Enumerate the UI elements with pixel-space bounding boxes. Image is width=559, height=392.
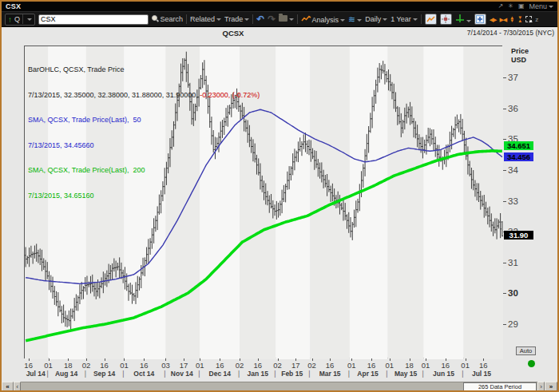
x-month-label: Oct 14 — [126, 370, 161, 378]
y-axis-title-currency: USD — [511, 56, 526, 64]
menu-button[interactable]: Menu — [529, 2, 553, 10]
chevron-down-icon — [357, 19, 362, 22]
plus-icon — [476, 15, 484, 23]
chart-settings-button[interactable] — [440, 14, 452, 25]
redo-icon[interactable] — [268, 14, 276, 24]
time-scrollbar: « ‹ 265 Data Period › » — [2, 382, 557, 392]
x-month-label: Sep 14 — [87, 370, 122, 378]
window-titlebar: CSX ↗ ✳ ▣ Menu — [2, 2, 557, 11]
y-tick-mark — [503, 201, 506, 202]
zigzag-icon — [301, 15, 311, 22]
x-month-label: Dec 14 — [202, 370, 237, 378]
ticker-input[interactable] — [38, 14, 149, 25]
price-badge: 31.90 — [504, 231, 533, 240]
zoom-in-button[interactable] — [474, 14, 486, 25]
undo-icon[interactable] — [256, 14, 264, 24]
x-day-label: 01 — [418, 361, 434, 370]
x-day-label: 17 — [287, 361, 303, 370]
x-day-label: 16 — [322, 361, 338, 370]
legend-change: -0.23000, (-0.72%) — [200, 91, 260, 99]
terminal-window: CSX ↗ ✳ ▣ Menu Q Search Related Trade An… — [0, 0, 559, 392]
export-icon[interactable]: ↗ — [498, 3, 504, 10]
chevron-down-icon — [244, 18, 249, 21]
x-month-separator: | — [462, 370, 463, 378]
x-day-label: 16 — [250, 361, 266, 370]
x-day-label: 01 — [382, 361, 398, 370]
pin-icon[interactable]: ✳ — [508, 3, 513, 10]
legend-last-ohlc: 7/13/2015, 32.35000, 32.38000, 31.88000,… — [28, 91, 260, 100]
hourglass-icon[interactable]: ▼▲ — [517, 16, 522, 23]
expand-vertical-icon[interactable]: ▲▼ — [509, 16, 514, 23]
y-tick-mark — [503, 139, 506, 140]
y-tick-mark — [503, 109, 506, 109]
open-folder-button[interactable] — [279, 15, 294, 23]
x-month-separator: | — [238, 370, 240, 378]
analysis-button[interactable]: Analysis — [301, 15, 345, 24]
scroll-far-right-button[interactable]: » — [545, 382, 557, 392]
price-badge: 34.651 — [504, 141, 533, 150]
trade-button[interactable]: Trade — [224, 15, 249, 23]
window-title: CSX — [6, 2, 21, 10]
x-month-label: Jun 15 — [426, 370, 462, 378]
scrollbar-track[interactable]: 265 Data Period — [21, 382, 537, 392]
main-toolbar: Q Search Related Trade Analysis Daily 1 … — [2, 11, 557, 27]
chevron-down-icon — [340, 19, 345, 22]
legend-bar-series: BarOHLC, QCSX, Trade Price — [28, 65, 260, 74]
scroll-left-button[interactable]: ‹ — [14, 382, 21, 392]
more-tools-icon[interactable] — [535, 15, 538, 23]
legend-sma200-value: 7/13/2015, 34.65160 — [28, 192, 260, 200]
symbol-group: Q — [5, 14, 35, 26]
selection-tool-icon[interactable] — [525, 16, 532, 22]
period-select[interactable]: Daily — [365, 15, 387, 23]
x-month-label: Jul 15 — [464, 370, 499, 378]
chart-style-button[interactable] — [425, 14, 437, 25]
chevron-down-icon — [466, 20, 471, 22]
window-icon[interactable]: ▣ — [518, 3, 525, 10]
y-tick-label: 30 — [508, 288, 518, 298]
price-badge: 34.456 — [504, 152, 533, 161]
chart-title: QCSX — [2, 29, 465, 38]
x-day-label: 01 — [343, 361, 359, 370]
chart-region: QCSX 7/14/2014 - 7/30/2015 (NYC) BarOHLC… — [2, 27, 557, 382]
range-select[interactable]: 1 Year — [391, 15, 418, 23]
scroll-far-left-button[interactable]: « — [2, 382, 14, 392]
y-tick-mark — [503, 77, 506, 78]
x-month-separator: | — [46, 370, 48, 378]
divider — [252, 14, 253, 24]
y-tick-label: 33 — [508, 196, 518, 206]
chevron-down-icon[interactable] — [27, 18, 32, 21]
x-month-label: Feb 15 — [275, 370, 310, 378]
y-tick-label: 29 — [508, 319, 518, 329]
x-day-label: 16 — [136, 361, 152, 370]
x-month-label: May 15 — [388, 370, 423, 378]
x-day-label: 02 — [304, 361, 320, 370]
expand-horizontal-icon[interactable]: ◀▶ — [490, 17, 497, 22]
x-day-label: 16 — [438, 361, 454, 370]
search-button[interactable]: Search — [152, 15, 183, 23]
legend-sma200-name: SMA, QCSX, Trade Price(Last), 200 — [28, 166, 260, 175]
auto-scale-button[interactable]: Auto — [516, 346, 536, 355]
related-button[interactable]: Related — [190, 15, 221, 23]
y-tick-label: 36 — [508, 104, 518, 113]
x-day-label: 01 — [116, 361, 132, 370]
crosshair-button[interactable] — [455, 14, 471, 25]
x-day-label: 01 — [458, 361, 474, 370]
divider — [421, 14, 422, 24]
x-month-separator: | — [85, 370, 86, 378]
x-month-label: Apr 15 — [351, 370, 386, 378]
up-arrow-icon[interactable] — [8, 15, 12, 24]
scrollbar-thumb[interactable]: 265 Data Period — [463, 382, 537, 391]
x-month-separator: | — [308, 370, 310, 378]
compress-horizontal-icon[interactable]: ▶◀ — [499, 17, 506, 22]
legend-sma50-name: SMA, QCSX, Trade Price(Last), 50 — [28, 116, 260, 125]
x-day-label: 16 — [212, 361, 228, 370]
gear-icon — [442, 15, 450, 23]
legend-sma50-value: 7/13/2015, 34.45660 — [28, 141, 260, 150]
x-month-label: Jan 15 — [240, 370, 276, 378]
x-month-separator: | — [386, 370, 387, 378]
scroll-right-button[interactable]: › — [537, 382, 545, 392]
events-button[interactable] — [348, 15, 362, 24]
x-day-label: 16 — [97, 361, 113, 370]
chevron-down-icon — [549, 6, 553, 8]
x-day-label: 03 — [157, 361, 173, 370]
